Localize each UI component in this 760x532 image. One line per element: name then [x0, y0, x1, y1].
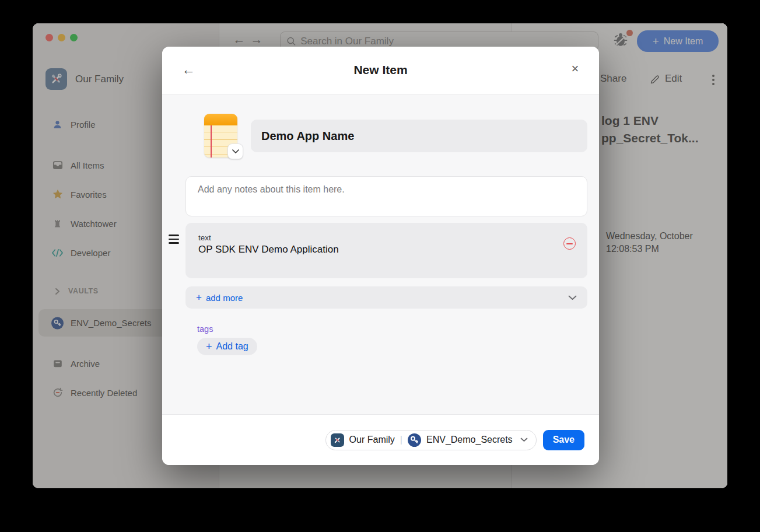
chevron-down-icon [520, 438, 528, 442]
custom-field-row[interactable]: text OP SDK ENV Demo Application [185, 223, 587, 278]
modal-footer: Our Family | ENV_Demo_Secrets Save [162, 414, 599, 465]
vault-key-icon [408, 433, 421, 447]
save-button[interactable]: Save [543, 430, 584, 450]
chevron-down-icon [568, 295, 577, 300]
field-drag-handle[interactable] [169, 235, 179, 244]
item-name-input[interactable] [251, 120, 587, 152]
notes-input[interactable] [185, 176, 587, 216]
modal-header: ← New Item × [162, 47, 599, 94]
new-item-modal: ← New Item × text OP SDK ENV Demo Applic… [162, 47, 599, 465]
plus-icon: + [196, 292, 202, 303]
chevron-down-icon [232, 149, 239, 153]
field-value-input[interactable]: OP SDK ENV Demo Application [198, 244, 575, 256]
vault-selector[interactable]: Our Family | ENV_Demo_Secrets [325, 430, 537, 450]
add-more-label: add more [206, 293, 243, 303]
separator: | [400, 435, 402, 445]
field-type-dropdown[interactable] [568, 295, 577, 300]
add-tag-button[interactable]: + Add tag [197, 338, 257, 355]
field-label: text [198, 233, 575, 242]
icon-picker-button[interactable] [227, 144, 243, 159]
modal-title: New Item [162, 63, 599, 77]
tags-label: tags [197, 324, 213, 334]
selected-vault-label: ENV_Demo_Secrets [426, 435, 513, 445]
selected-account-label: Our Family [349, 435, 395, 445]
account-logo-icon [331, 433, 344, 447]
plus-icon: + [206, 341, 212, 353]
add-more-row[interactable]: + add more [185, 286, 587, 309]
remove-field-button[interactable] [563, 237, 576, 250]
close-icon[interactable]: × [566, 61, 584, 76]
